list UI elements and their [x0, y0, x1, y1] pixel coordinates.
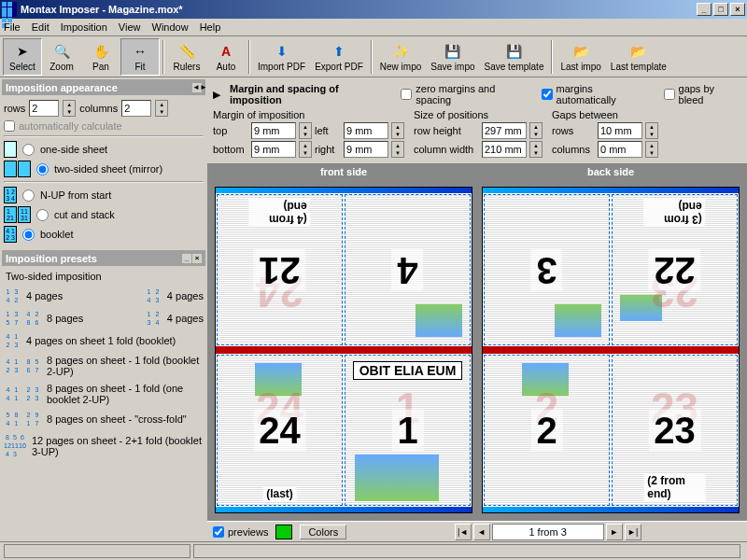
menu-imposition[interactable]: Imposition: [61, 21, 107, 33]
front-sheet[interactable]: 2421(4 from end) 4 2424(last) OBIT ELIA …: [215, 187, 472, 513]
preset-item[interactable]: 135742868 pages12344 pages: [0, 307, 207, 329]
page-3[interactable]: 3: [484, 194, 610, 345]
tool-fit[interactable]: ↔Fit: [120, 38, 160, 76]
last-template-button[interactable]: 📂Last template: [606, 38, 671, 76]
tool-select[interactable]: ➤Select: [3, 38, 42, 76]
tool-rulers[interactable]: 📏Rulers: [167, 38, 206, 76]
maximize-button[interactable]: □: [713, 3, 728, 16]
presets-list: Two-sided imposition 13424 pages12434 pa…: [0, 268, 207, 541]
booklet-radio[interactable]: [22, 229, 35, 241]
previews-checkbox[interactable]: [213, 526, 224, 538]
save-template-icon: 💾: [505, 42, 524, 61]
gap-cols-input[interactable]: [598, 141, 642, 158]
last-impo-button[interactable]: 📂Last impo: [556, 38, 605, 76]
tool-auto[interactable]: AAuto: [206, 38, 246, 76]
bottom-bar: previews Colors |◄ ◄ ► ►|: [207, 521, 747, 541]
tool-pan[interactable]: ✋Pan: [81, 38, 120, 76]
new-icon: ✨: [391, 42, 410, 61]
page-4[interactable]: 4: [345, 194, 471, 345]
page-2[interactable]: 22: [484, 355, 610, 506]
back-sheet[interactable]: 3 2322(3 from end) 22 2323(2 from end): [482, 187, 740, 513]
first-page-button[interactable]: |◄: [455, 524, 472, 540]
twoside-radio[interactable]: [36, 163, 49, 175]
zoom-icon: 🔍: [52, 42, 71, 61]
preset-item[interactable]: 584129178 pages on sheet - "cross-fold": [0, 408, 207, 430]
collapse-icon[interactable]: ◄►: [192, 83, 202, 92]
rows-label: rows: [4, 103, 25, 114]
gap-rows-input[interactable]: [598, 122, 642, 139]
cols-spinner[interactable]: ▲▼: [155, 100, 168, 117]
save-template-button[interactable]: 💾Save template: [480, 38, 549, 76]
status-bar: [0, 541, 747, 559]
preset-item[interactable]: 41234 pages on sheet 1 fold (booklet): [0, 329, 207, 352]
page-24[interactable]: 2424(last): [217, 355, 343, 506]
cols-label: columns: [79, 103, 118, 114]
next-page-button[interactable]: ►: [606, 524, 623, 540]
rows-spinner[interactable]: ▲▼: [63, 100, 76, 117]
back-label: back side: [482, 166, 740, 177]
fit-icon: ↔: [131, 42, 149, 61]
menu-edit[interactable]: Edit: [32, 21, 49, 33]
margin-right-input[interactable]: [344, 141, 388, 158]
page-22[interactable]: 2322(3 from end): [612, 194, 738, 345]
separator: [551, 40, 553, 74]
margin-bottom-input[interactable]: [251, 141, 296, 158]
tool-zoom[interactable]: 🔍Zoom: [42, 38, 81, 76]
col-width-input[interactable]: [482, 141, 527, 158]
hand-icon: ✋: [92, 42, 110, 61]
preset-item[interactable]: 13424 pages12434 pages: [0, 285, 207, 307]
export-pdf-button[interactable]: ⬆Export PDF: [310, 38, 368, 76]
margins-auto-checkbox[interactable]: [542, 89, 553, 100]
sidebar: Imposition appearance ◄► rows ▲▼ columns…: [0, 77, 207, 541]
app-icon: [2, 2, 17, 17]
page-23[interactable]: 2323(2 from end): [612, 355, 738, 506]
preset-item[interactable]: 412385678 pages on sheet - 1 fold (bookl…: [0, 352, 207, 380]
rulers-icon: 📏: [177, 42, 196, 61]
main-toolbar: ➤Select 🔍Zoom ✋Pan ↔Fit 📏Rulers AAuto ⬇I…: [0, 36, 747, 77]
minimize-button[interactable]: _: [697, 3, 712, 16]
presets-subheader: Two-sided imposition: [0, 268, 207, 285]
margin-left-input[interactable]: [344, 122, 388, 139]
page-nav-input[interactable]: [492, 524, 604, 540]
new-impo-button[interactable]: ✨New impo: [375, 38, 426, 76]
zero-margins-checkbox[interactable]: [401, 89, 412, 100]
title-bar: Montax Imposer - Magazine.mox* _ □ ×: [0, 0, 747, 19]
separator: [248, 40, 250, 74]
workarea: ▶ Margin and spacing of imposition zero …: [207, 77, 747, 541]
import-pdf-button[interactable]: ⬇Import PDF: [253, 38, 310, 76]
menu-help[interactable]: Help: [200, 21, 221, 33]
minimize-panel-icon[interactable]: _: [182, 254, 191, 263]
menu-view[interactable]: View: [119, 21, 141, 33]
rows-input[interactable]: [29, 100, 59, 117]
color-swatch[interactable]: [275, 525, 292, 539]
margin-top-input[interactable]: [251, 122, 296, 139]
page-1[interactable]: OBIT ELIA EUM11: [345, 355, 471, 506]
page-21[interactable]: 2421(4 from end): [217, 194, 343, 345]
autocalc-checkbox[interactable]: [4, 120, 15, 132]
presets-header: Imposition presets _×: [2, 250, 205, 266]
colors-button[interactable]: Colors: [300, 525, 346, 539]
last-page-button[interactable]: ►|: [625, 524, 641, 540]
close-button[interactable]: ×: [730, 3, 745, 16]
cols-input[interactable]: [121, 100, 151, 117]
preset-item[interactable]: 414123238 pages on sheet - 1 fold (one b…: [0, 380, 207, 408]
preset-item[interactable]: 8561211104312 pages on sheet - 2+1 fold …: [0, 430, 207, 461]
margin-panel: ▶ Margin and spacing of imposition zero …: [207, 77, 747, 164]
menu-file[interactable]: File: [4, 21, 21, 33]
menu-window[interactable]: Window: [152, 21, 189, 33]
nup-radio[interactable]: [22, 189, 35, 202]
row-height-input[interactable]: [482, 122, 527, 139]
window-title: Montax Imposer - Magazine.mox*: [21, 4, 695, 15]
canvas[interactable]: 2421(4 from end) 4 2424(last) OBIT ELIA …: [207, 179, 747, 521]
appearance-header: Imposition appearance ◄►: [2, 79, 205, 95]
cutstack-radio[interactable]: [36, 209, 49, 221]
save-impo-button[interactable]: 💾Save impo: [426, 38, 479, 76]
save-icon: 💾: [444, 42, 462, 61]
gaps-bleed-checkbox[interactable]: [664, 89, 675, 100]
close-panel-icon[interactable]: ×: [192, 254, 202, 263]
expand-icon[interactable]: ▶: [213, 89, 220, 101]
separator: [371, 40, 373, 74]
oneside-radio[interactable]: [22, 144, 35, 156]
prev-page-button[interactable]: ◄: [473, 524, 490, 540]
menu-bar: File Edit Imposition View Window Help: [0, 19, 747, 36]
